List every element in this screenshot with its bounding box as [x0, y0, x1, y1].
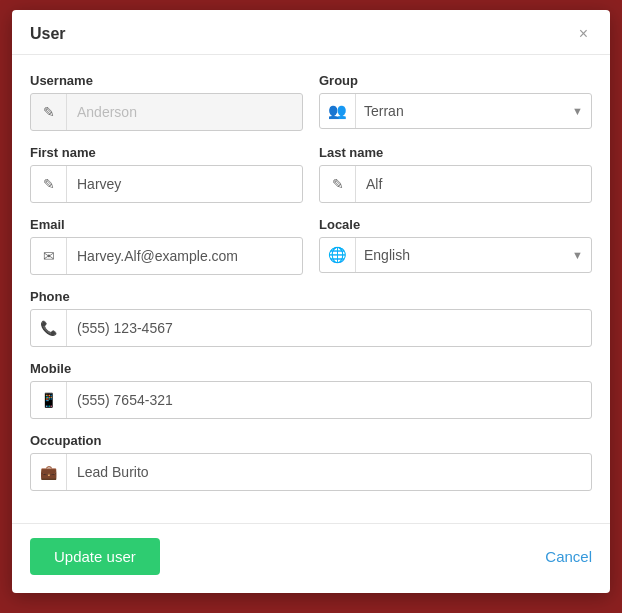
locale-select[interactable]: English Spanish French: [356, 247, 572, 263]
group-select-wrapper: 👥 Terran Admin User ▼: [319, 93, 592, 129]
row-occupation: Occupation 💼: [30, 433, 592, 491]
locale-icon: 🌐: [320, 237, 356, 273]
firstname-label: First name: [30, 145, 303, 160]
update-user-button[interactable]: Update user: [30, 538, 160, 575]
cancel-button[interactable]: Cancel: [545, 548, 592, 565]
lastname-input[interactable]: [356, 168, 591, 200]
close-button[interactable]: ×: [575, 24, 592, 44]
group-label: Group: [319, 73, 592, 88]
modal-header: User ×: [12, 10, 610, 55]
username-label: Username: [30, 73, 303, 88]
phone-label: Phone: [30, 289, 592, 304]
field-email: Email ✉: [30, 217, 303, 275]
field-mobile: Mobile 📱: [30, 361, 592, 419]
row-email-locale: Email ✉ Locale 🌐 English Spanish French: [30, 217, 592, 275]
firstname-input-wrapper: ✎: [30, 165, 303, 203]
field-occupation: Occupation 💼: [30, 433, 592, 491]
edit-icon: ✎: [31, 94, 67, 130]
modal-footer: Update user Cancel: [12, 523, 610, 593]
locale-select-wrapper: 🌐 English Spanish French ▼: [319, 237, 592, 273]
user-modal: User × Username ✎ Group 👥: [12, 10, 610, 593]
row-phone: Phone 📞: [30, 289, 592, 347]
mobile-input[interactable]: [67, 384, 591, 416]
phone-icon: 📞: [31, 310, 67, 346]
group-icon: 👥: [320, 93, 356, 129]
firstname-input[interactable]: [67, 168, 302, 200]
lastname-input-wrapper: ✎: [319, 165, 592, 203]
row-username-group: Username ✎ Group 👥 Terran Admin User: [30, 73, 592, 131]
username-input-wrapper: ✎: [30, 93, 303, 131]
phone-input[interactable]: [67, 312, 591, 344]
occupation-input-wrapper: 💼: [30, 453, 592, 491]
field-phone: Phone 📞: [30, 289, 592, 347]
occupation-label: Occupation: [30, 433, 592, 448]
phone-input-wrapper: 📞: [30, 309, 592, 347]
group-select[interactable]: Terran Admin User: [356, 103, 572, 119]
username-input: [67, 96, 302, 128]
modal-overlay: User × Username ✎ Group 👥: [0, 0, 622, 613]
locale-label: Locale: [319, 217, 592, 232]
group-chevron-icon: ▼: [572, 105, 591, 117]
field-username: Username ✎: [30, 73, 303, 131]
lastname-label: Last name: [319, 145, 592, 160]
mobile-icon: 📱: [31, 382, 67, 418]
lastname-edit-icon: ✎: [320, 166, 356, 202]
modal-body: Username ✎ Group 👥 Terran Admin User: [12, 55, 610, 519]
modal-title: User: [30, 25, 66, 43]
mobile-input-wrapper: 📱: [30, 381, 592, 419]
email-icon: ✉: [31, 238, 67, 274]
occupation-icon: 💼: [31, 454, 67, 490]
field-lastname: Last name ✎: [319, 145, 592, 203]
locale-chevron-icon: ▼: [572, 249, 591, 261]
row-names: First name ✎ Last name ✎: [30, 145, 592, 203]
email-label: Email: [30, 217, 303, 232]
email-input-wrapper: ✉: [30, 237, 303, 275]
field-firstname: First name ✎: [30, 145, 303, 203]
field-locale: Locale 🌐 English Spanish French ▼: [319, 217, 592, 275]
occupation-input[interactable]: [67, 456, 591, 488]
mobile-label: Mobile: [30, 361, 592, 376]
field-group: Group 👥 Terran Admin User ▼: [319, 73, 592, 131]
row-mobile: Mobile 📱: [30, 361, 592, 419]
firstname-edit-icon: ✎: [31, 166, 67, 202]
email-input[interactable]: [67, 240, 302, 272]
